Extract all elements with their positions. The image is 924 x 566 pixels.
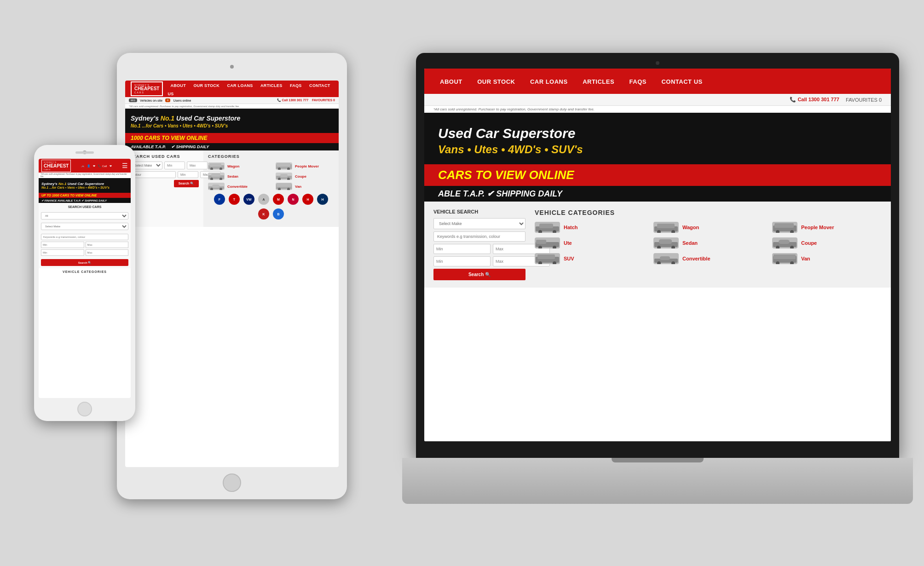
laptop-nav-articles[interactable]: ARTICLES [576,78,621,85]
users-badge: 8 [165,98,170,102]
laptop-categories-title: VEHICLE CATEGORIES [535,209,882,216]
ute-car-icon [535,237,560,248]
laptop-favourites[interactable]: FAVOURITES 0 [846,97,882,103]
laptop-info-bar: 📞 Call 1300 301 777 FAVOURITES 0 [424,94,891,106]
tablet-nav-articles[interactable]: ARTICLES [258,83,285,88]
laptop-keywords-input[interactable] [433,231,526,242]
people-mover-car-icon [772,222,797,233]
phone-home-button[interactable] [77,402,92,416]
phone-menu-icon[interactable]: ☰ [122,162,128,169]
laptop-screen: ABOUT OUR STOCK CAR LOANS ARTICLES FAQS … [424,69,891,441]
laptop-search-title: VEHICLE SEARCH [433,209,526,214]
phone-screen: SYDNEY'S CHEAPEST CARS 🚗 👤 ❤ 📞 Call ❤ ☰ … [39,159,131,398]
tablet-hero-title: Sydney's No.1 Used Car Superstore [131,115,333,122]
bmw-logo: B [273,208,284,219]
tablet-nav-faqs[interactable]: FAQS [287,83,305,88]
phone-hero-sub: No.1 ...for Cars • Vans • Utes • 4WD's •… [41,186,128,189]
svg-rect-5 [657,224,675,228]
audi-logo: A [258,194,269,205]
laptop-make-select[interactable]: Select Make [433,218,526,229]
laptop-nav-stock[interactable]: OUR STOCK [471,78,521,85]
hyundai-logo: H [317,194,328,205]
phone-make-select[interactable]: Select Make [41,223,128,230]
mazda-logo: M [273,194,284,205]
phone-keywords-input[interactable] [41,234,128,240]
phone-max2[interactable] [86,249,129,256]
svg-rect-37 [209,163,221,167]
toyota-logo: T [229,194,240,205]
tablet-colour-input[interactable] [130,171,176,178]
laptop-nav-carloans[interactable]: CAR LOANS [524,78,574,85]
tablet-nav-about[interactable]: ABOUT [167,83,189,88]
laptop-min-km[interactable] [433,256,491,266]
svg-rect-17 [659,239,672,244]
laptop-nav-contact[interactable]: CONTACT US [655,78,709,85]
phone-all-select[interactable]: All [41,212,128,219]
tablet-min2[interactable] [178,171,198,178]
tablet-nav-carloans[interactable]: CAR LOANS [224,83,255,88]
laptop-navbar: ABOUT OUR STOCK CAR LOANS ARTICLES FAQS … [424,69,891,94]
convertible-label: Convertible [227,185,248,189]
tablet-search-row1: Select Make [130,162,199,169]
tablet-search-button[interactable]: Search 🔍 [174,180,199,187]
phone-min2[interactable] [41,249,84,256]
tablet-device: SYDNEY'S CHEAPEST CARS ABOUT OUR STOCK C… [117,53,347,499]
phone-logo-cars: CARS [44,168,69,171]
tablet-min1[interactable] [164,162,185,169]
tablet-categories-title: CATEGORIES [208,154,334,159]
suv-label: SUV [564,256,574,261]
laptop-cat-grid: Hatch Wagon [535,222,882,264]
laptop-search-panel: VEHICLE SEARCH Select Make [433,209,526,280]
laptop-price-row2 [433,256,526,266]
laptop-min-price[interactable] [433,244,491,254]
list-item: Coupe [276,173,334,180]
people-mover-label: People Mover [801,225,834,230]
laptop-categories: VEHICLE CATEGORIES Hatch [535,209,882,280]
laptop-search-button[interactable]: Search 🔍 [433,269,526,280]
tablet-nav-stock[interactable]: OUR STOCK [191,83,222,88]
van-label: Van [295,185,301,189]
tablet-home-button[interactable] [223,474,241,492]
tablet-hero-cta: 1000 CARS TO VIEW ONLINE [125,133,339,143]
tablet-nav-links: ABOUT OUR STOCK CAR LOANS ARTICLES FAQS … [167,81,333,97]
phone-speaker [75,151,94,154]
tablet-search-row2 [130,171,199,178]
phone-search-button[interactable]: Search 🔍 [41,259,128,266]
phone-max1[interactable] [86,242,129,248]
phone-hero-cta: UP TO 1000 CARS TO VIEW ONLINE [39,193,131,198]
honda-logo: H [302,194,313,205]
vehicles-label: Vehicles on-site [140,99,162,102]
coupe-label: Coupe [295,174,306,179]
laptop-nav-links: ABOUT OUR STOCK CAR LOANS ARTICLES FAQS … [433,77,709,86]
tablet-search-panel: SEARCH USED CARS Select Make [125,150,203,227]
svg-rect-53 [212,185,219,188]
svg-rect-9 [774,223,794,228]
tablet-search-btn-row: Search 🔍 [130,180,199,187]
phone-disclaimer: *All cars sold unregistered. Purchaser t… [39,173,131,178]
hatch-car-icon [535,222,560,233]
convertible-icon [208,183,225,190]
people-mover-label: People Mover [295,164,319,168]
laptop-hero-cta: CARS TO VIEW ONLINE [424,164,891,186]
laptop-nav-about[interactable]: ABOUT [433,78,469,85]
laptop-outer: ABOUT OUR STOCK CAR LOANS ARTICLES FAQS … [416,53,899,458]
scene: ABOUT OUR STOCK CAR LOANS ARTICLES FAQS … [25,30,899,536]
wagon-car-icon [653,222,679,233]
ford-logo: F [214,194,225,205]
laptop-hero-sub: Vans • Utes • 4WD's • SUV's [438,143,877,156]
phone-logo: SYDNEY'S CHEAPEST CARS [41,160,71,172]
sedan-icon [208,173,225,180]
laptop-nav-faqs[interactable]: FAQS [623,78,653,85]
tablet-info-right: 📞 Call 1300 301 777 FAVOURITES 0 [277,98,335,102]
phone-icon1: 🚗 [81,164,84,167]
phone-min1[interactable] [41,242,84,248]
phone-search-panel: SEARCH USED CARS All Select Make Search … [39,203,131,268]
nissan-logo: N [288,194,299,205]
svg-rect-13 [536,240,546,244]
list-item: Wagon [208,162,266,170]
tablet-camera [230,65,234,69]
coupe-car-icon [772,237,797,248]
list-item: Convertible [653,253,763,264]
list-item: SUV [535,253,644,264]
list-item: Convertible [208,183,266,190]
